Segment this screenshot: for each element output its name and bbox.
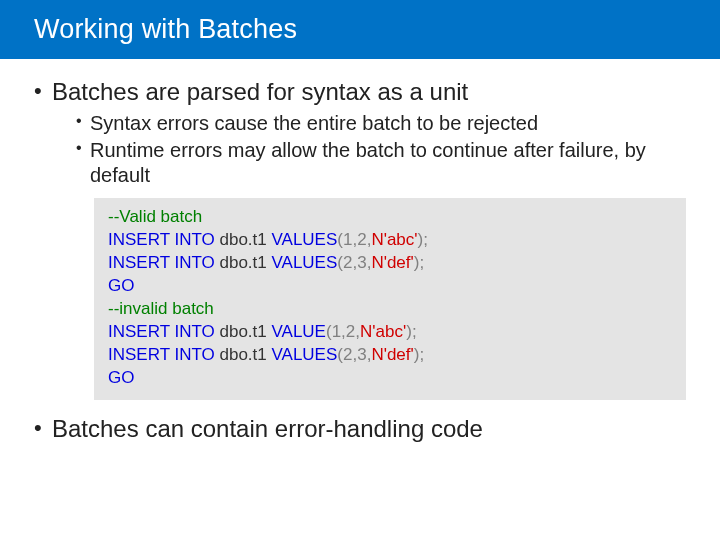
code-number: 2 (357, 230, 366, 249)
code-string: N'def' (371, 253, 413, 272)
sub-bullet-list: Syntax errors cause the entire batch to … (76, 111, 686, 188)
code-keyword: INSERT INTO (108, 253, 215, 272)
bullet-item: Batches are parsed for syntax as a unit … (34, 77, 686, 400)
sub-bullet-item: Runtime errors may allow the batch to co… (76, 138, 686, 188)
code-number: 1 (332, 322, 341, 341)
code-keyword: VALUE (271, 322, 326, 341)
slide-content: Batches are parsed for syntax as a unit … (0, 59, 720, 444)
sub-bullet-text: Syntax errors cause the entire batch to … (90, 112, 538, 134)
code-punct: ); (414, 253, 424, 272)
code-keyword: GO (108, 368, 134, 387)
code-keyword: VALUES (271, 253, 337, 272)
bullet-text: Batches are parsed for syntax as a unit (52, 78, 468, 105)
bullet-text: Batches can contain error-handling code (52, 415, 483, 442)
sub-bullet-text: Runtime errors may allow the batch to co… (90, 139, 646, 186)
code-keyword: VALUES (271, 230, 337, 249)
bullet-list: Batches are parsed for syntax as a unit … (34, 77, 686, 444)
code-number: 3 (357, 253, 366, 272)
code-number: 2 (346, 322, 355, 341)
code-punct: ); (418, 230, 428, 249)
code-object: dbo.t1 (215, 230, 272, 249)
code-punct: ); (414, 345, 424, 364)
code-comment: --invalid batch (108, 299, 214, 318)
code-comment: --Valid batch (108, 207, 202, 226)
bullet-item: Batches can contain error-handling code (34, 414, 686, 444)
code-string: N'abc' (360, 322, 406, 341)
code-punct: ); (406, 322, 416, 341)
code-object: dbo.t1 (215, 322, 272, 341)
code-keyword: INSERT INTO (108, 345, 215, 364)
sub-bullet-item: Syntax errors cause the entire batch to … (76, 111, 686, 136)
code-string: N'def' (371, 345, 413, 364)
code-object: dbo.t1 (215, 253, 272, 272)
code-string: N'abc' (371, 230, 417, 249)
code-keyword: GO (108, 276, 134, 295)
code-number: 3 (357, 345, 366, 364)
slide-title: Working with Batches (0, 0, 720, 59)
code-block: --Valid batch INSERT INTO dbo.t1 VALUES(… (94, 198, 686, 400)
code-keyword: INSERT INTO (108, 230, 215, 249)
code-keyword: VALUES (271, 345, 337, 364)
slide: Working with Batches Batches are parsed … (0, 0, 720, 540)
code-keyword: INSERT INTO (108, 322, 215, 341)
code-object: dbo.t1 (215, 345, 272, 364)
